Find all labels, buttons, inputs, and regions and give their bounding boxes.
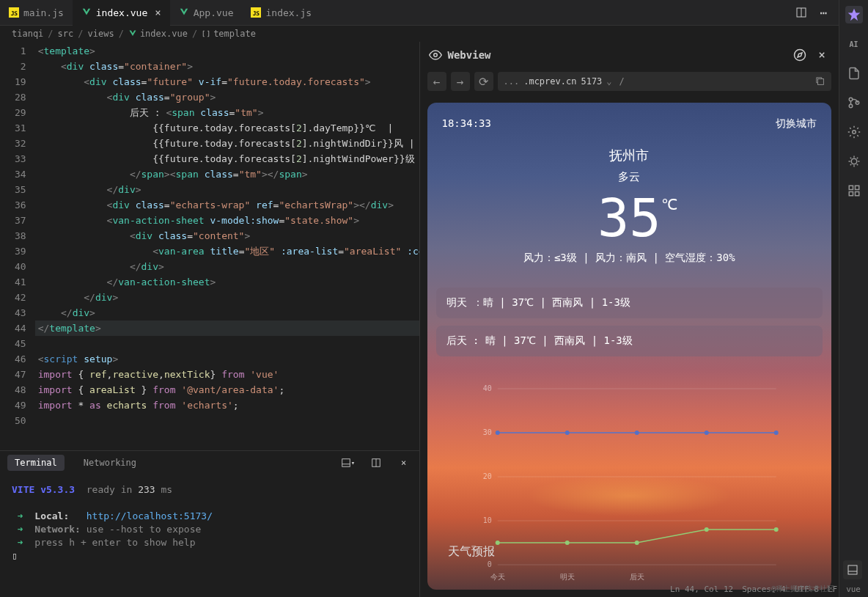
- svg-point-30: [704, 431, 708, 435]
- refresh-button[interactable]: ⟳: [474, 72, 493, 91]
- city-name: 抚州市: [427, 147, 832, 164]
- terminal-output[interactable]: VITE v5.3.3 ready in 233 ms ➜ Local: htt…: [0, 475, 419, 597]
- svg-rect-44: [855, 186, 858, 189]
- ai-label: AI: [845, 35, 863, 53]
- split-editor-icon[interactable]: [793, 4, 809, 21]
- back-button[interactable]: ←: [427, 72, 446, 91]
- webview-title: Webview: [448, 49, 787, 61]
- tab-index-vue[interactable]: index.vue ×: [73, 0, 170, 26]
- cursor-position[interactable]: Ln 44, Col 12: [670, 585, 733, 594]
- close-icon[interactable]: ×: [155, 7, 161, 18]
- svg-rect-46: [855, 192, 858, 196]
- svg-point-35: [704, 527, 708, 532]
- svg-text:JS: JS: [253, 10, 260, 17]
- vue-icon: [128, 29, 137, 38]
- svg-rect-13: [818, 79, 824, 85]
- networking-tab[interactable]: Networking: [76, 455, 144, 471]
- tab-label: App.vue: [194, 7, 234, 18]
- svg-text:明天: 明天: [559, 573, 574, 581]
- svg-point-10: [433, 53, 437, 56]
- debug-icon[interactable]: [845, 153, 863, 170]
- switch-city-button[interactable]: 切换城市: [776, 117, 817, 131]
- time-display: 18:34:33: [442, 117, 491, 131]
- code-editor[interactable]: 1219282931323334353637383940414243444546…: [0, 42, 419, 450]
- svg-rect-47: [848, 565, 857, 574]
- url-bar[interactable]: ... .mcprev.cn 5173 ⌄ /: [498, 72, 832, 91]
- forward-button[interactable]: →: [451, 72, 470, 91]
- vue-icon: [81, 7, 92, 18]
- breadcrumb-item[interactable]: template: [202, 29, 256, 39]
- weather-stats: 风力：≤3级 | 风力：南风 | 空气湿度：30%: [427, 252, 832, 265]
- source-control-icon[interactable]: [845, 94, 863, 111]
- terminal-tab[interactable]: Terminal: [7, 455, 65, 471]
- tab-label: index.js: [265, 7, 312, 18]
- split-panel-icon[interactable]: [368, 455, 384, 471]
- svg-text:40: 40: [482, 384, 491, 392]
- brackets-icon: [202, 29, 210, 38]
- svg-point-31: [773, 431, 778, 435]
- svg-text:20: 20: [482, 472, 491, 480]
- svg-marker-12: [798, 53, 802, 57]
- vue-icon: [179, 7, 189, 18]
- svg-point-36: [773, 527, 778, 532]
- weather-description: 多云: [427, 170, 832, 184]
- svg-point-41: [852, 131, 856, 134]
- svg-text:0: 0: [487, 560, 491, 568]
- status-bar: Ln 44, Col 12 Spaces: 4 UTF-8 LF vue: [0, 581, 868, 597]
- svg-rect-6: [342, 459, 350, 467]
- tab-label: main.js: [23, 7, 64, 18]
- language-mode[interactable]: vue: [846, 585, 861, 594]
- watermark: @稀土掘金技术社区: [771, 584, 834, 594]
- close-webview-icon[interactable]: ×: [814, 47, 830, 63]
- svg-point-39: [849, 104, 853, 108]
- toggle-panel-icon[interactable]: [843, 560, 862, 579]
- panel-layout-icon[interactable]: ▾: [340, 455, 356, 471]
- svg-point-11: [795, 49, 806, 60]
- temperature: 35℃: [597, 187, 661, 249]
- forecast-card: 后天 : 晴 | 37℃ | 西南风 | 1-3级: [436, 326, 823, 356]
- svg-rect-45: [849, 192, 853, 196]
- breadcrumb-item[interactable]: index.vue: [128, 29, 188, 39]
- copy-icon[interactable]: [815, 76, 825, 87]
- svg-marker-37: [847, 9, 860, 21]
- svg-point-28: [564, 431, 569, 435]
- file-icon[interactable]: [845, 65, 863, 82]
- svg-text:后天: 后天: [629, 573, 644, 581]
- tab-label: index.vue: [96, 7, 147, 18]
- svg-point-38: [849, 98, 853, 101]
- tab-app-vue[interactable]: App.vue: [170, 0, 243, 26]
- ai-panel-icon[interactable]: [845, 6, 863, 23]
- js-icon: JS: [251, 7, 261, 18]
- more-icon[interactable]: ⋯: [815, 4, 831, 21]
- eye-icon: [429, 48, 442, 62]
- extensions-icon[interactable]: [845, 182, 863, 199]
- js-icon: JS: [9, 7, 19, 18]
- tab-main-js[interactable]: JS main.js: [0, 0, 73, 26]
- svg-point-29: [634, 431, 639, 435]
- breadcrumb-item[interactable]: views: [88, 29, 114, 39]
- svg-point-27: [495, 431, 499, 435]
- svg-text:JS: JS: [11, 10, 18, 17]
- svg-point-32: [495, 541, 499, 545]
- breadcrumb-item[interactable]: tianqi: [12, 29, 43, 39]
- tab-index-js[interactable]: JS index.js: [242, 0, 320, 26]
- editor-tabs: JS main.js index.vue × App.vue JS index.…: [0, 0, 839, 26]
- settings-icon[interactable]: [845, 123, 863, 141]
- close-panel-icon[interactable]: ×: [396, 455, 412, 471]
- svg-text:今天: 今天: [490, 573, 504, 581]
- svg-text:30: 30: [482, 428, 491, 436]
- compass-icon[interactable]: [792, 47, 808, 63]
- svg-point-34: [634, 541, 639, 545]
- phone-preview: 18:34:33 切换城市 抚州市 多云 35℃ 风力：≤3级 | 风力：南风 …: [427, 103, 832, 590]
- activity-bar: AI: [839, 0, 868, 597]
- breadcrumb-item[interactable]: src: [58, 29, 74, 39]
- breadcrumb: tianqi/ src/ views/ index.vue/ template: [0, 26, 839, 42]
- svg-point-33: [564, 541, 569, 545]
- svg-point-42: [851, 158, 857, 164]
- svg-text:10: 10: [482, 516, 491, 524]
- svg-rect-43: [849, 186, 853, 189]
- forecast-card: 明天 ：晴 | 37℃ | 西南风 | 1-3级: [436, 287, 823, 318]
- forecast-chart: 010203040今天明天后天: [439, 381, 820, 587]
